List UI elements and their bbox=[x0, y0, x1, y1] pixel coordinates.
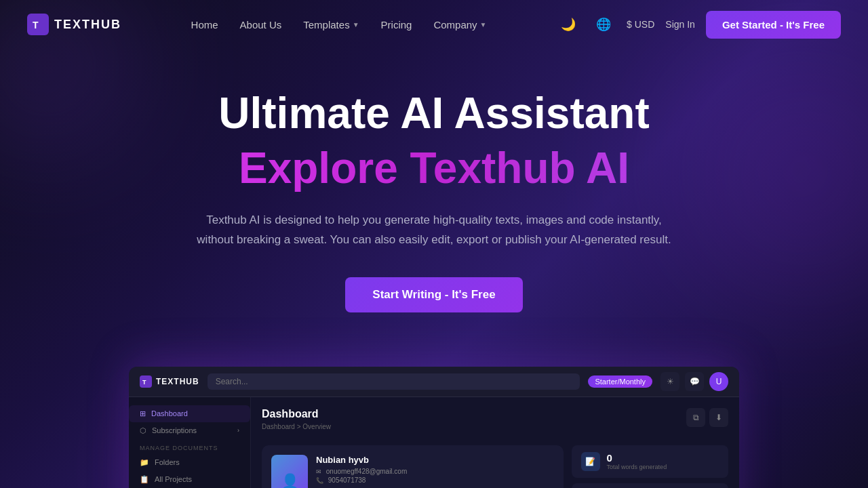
templates-dropdown-icon: ▼ bbox=[353, 21, 359, 28]
preview-dashboard-title: Dashboard bbox=[262, 408, 331, 420]
get-started-button[interactable]: Get Started - It's Free bbox=[706, 11, 841, 39]
preview-avatar-button[interactable]: U bbox=[709, 372, 728, 391]
hero-cta-button[interactable]: Start Writing - It's Free bbox=[345, 277, 522, 312]
preview-body: ⊞ Dashboard ⬡ Subscriptions › MANAGE DOC… bbox=[129, 397, 739, 488]
navbar: T TEXTHUB Home About Us Templates ▼ Pric… bbox=[0, 0, 868, 49]
sidebar-folders[interactable]: 📁 Folders bbox=[129, 454, 250, 471]
user-email: ✉ onuomegff428@gmail.com bbox=[316, 468, 554, 475]
projects-icon: 📋 bbox=[140, 475, 149, 484]
language-button[interactable]: 🌐 bbox=[591, 12, 616, 37]
hero-section: Ultimate AI Assistant Explore Texthub AI… bbox=[0, 49, 868, 340]
dashboard-icon: ⊞ bbox=[140, 409, 146, 418]
preview-breadcrumb: Dashboard > Overview bbox=[262, 423, 331, 430]
hero-description: Texthub AI is designed to help you gener… bbox=[197, 211, 671, 250]
nav-templates[interactable]: Templates ▼ bbox=[303, 19, 359, 30]
subscriptions-icon: ⬡ bbox=[140, 426, 146, 435]
preview-copy-button[interactable]: ⧉ bbox=[686, 408, 705, 427]
preview-topbar: T TEXTHUB Starter/Monthly ☀ 💬 U bbox=[129, 367, 739, 397]
preview-main-content: Dashboard Dashboard > Overview ⧉ ⬇ 👤 Nub… bbox=[251, 397, 739, 488]
subscriptions-chevron-icon: › bbox=[237, 427, 239, 434]
preview-chat-button[interactable]: 💬 bbox=[685, 372, 704, 391]
words-stat-label: Total words generated bbox=[607, 464, 719, 470]
signin-button[interactable]: Sign In bbox=[665, 19, 695, 30]
brand-name: TEXTHUB bbox=[54, 18, 121, 32]
preview-action-icons: ☀ 💬 U bbox=[660, 372, 728, 391]
navbar-actions: 🌙 🌐 $ USD Sign In Get Started - It's Fre… bbox=[556, 11, 841, 39]
dashboard-preview: T TEXTHUB Starter/Monthly ☀ 💬 U ⊞ Dashbo… bbox=[129, 367, 739, 488]
sidebar-all-projects[interactable]: 📋 All Projects bbox=[129, 471, 250, 488]
manage-section-label: MANAGE DOCUMENTS bbox=[129, 439, 250, 454]
hero-title-main: Ultimate AI Assistant bbox=[14, 89, 854, 137]
nav-company[interactable]: Company ▼ bbox=[433, 19, 486, 30]
svg-text:T: T bbox=[33, 20, 39, 30]
preview-logo: T TEXTHUB bbox=[140, 375, 199, 388]
stat-words: 📝 0 Total words generated bbox=[572, 445, 728, 478]
sidebar-subscriptions[interactable]: ⬡ Subscriptions › bbox=[129, 422, 250, 439]
preview-content-row: 👤 Nubian hyvb ✉ onuomegff428@gmail.com 📞… bbox=[262, 445, 728, 488]
company-dropdown-icon: ▼ bbox=[480, 21, 487, 28]
nav-home[interactable]: Home bbox=[191, 19, 218, 30]
user-info: Nubian hyvb ✉ onuomegff428@gmail.com 📞 9… bbox=[316, 455, 554, 488]
preview-download-button[interactable]: ⬇ bbox=[709, 408, 728, 427]
nav-about[interactable]: About Us bbox=[240, 19, 282, 30]
stat-images: 🖼 0 Total image ge... bbox=[572, 483, 728, 488]
preview-logo-icon: T bbox=[140, 375, 152, 388]
preview-plan-badge: Starter/Monthly bbox=[588, 375, 652, 388]
preview-theme-button[interactable]: ☀ bbox=[660, 372, 679, 391]
preview-user-card: 👤 Nubian hyvb ✉ onuomegff428@gmail.com 📞… bbox=[262, 445, 564, 488]
brand-logo[interactable]: T TEXTHUB bbox=[27, 14, 121, 35]
preview-search-input[interactable] bbox=[208, 373, 580, 390]
words-stat-info: 0 Total words generated bbox=[607, 452, 719, 470]
folders-icon: 📁 bbox=[140, 458, 149, 467]
user-name: Nubian hyvb bbox=[316, 455, 554, 465]
user-avatar: 👤 bbox=[271, 455, 308, 488]
currency-button[interactable]: $ USD bbox=[627, 19, 654, 30]
svg-text:T: T bbox=[142, 379, 147, 386]
nav-pricing[interactable]: Pricing bbox=[381, 19, 412, 30]
nav-links: Home About Us Templates ▼ Pricing Compan… bbox=[191, 19, 487, 30]
words-stat-icon: 📝 bbox=[581, 452, 600, 471]
preview-stats: 📝 0 Total words generated 🖼 0 Total imag… bbox=[572, 445, 728, 488]
hero-title-gradient: Explore Texthub AI bbox=[14, 142, 854, 195]
user-phone: 📞 9054071738 bbox=[316, 476, 554, 484]
theme-toggle-button[interactable]: 🌙 bbox=[556, 12, 580, 37]
preview-sidebar: ⊞ Dashboard ⬡ Subscriptions › MANAGE DOC… bbox=[129, 397, 251, 488]
words-stat-value: 0 bbox=[607, 452, 719, 464]
sidebar-dashboard[interactable]: ⊞ Dashboard bbox=[129, 405, 250, 422]
logo-icon: T bbox=[27, 14, 49, 35]
